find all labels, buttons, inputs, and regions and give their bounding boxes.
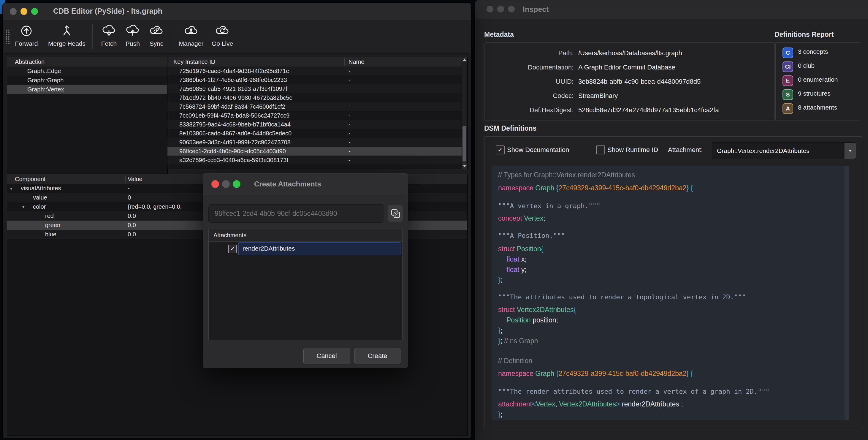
instance-name-cell: - xyxy=(348,120,350,129)
report-item: A8 attachments xyxy=(775,103,861,115)
instance-id-cell: 725d1976-caed-4da4-9d38-f4f2e95e871c xyxy=(179,66,289,75)
metadata-label: UUID: xyxy=(485,78,574,86)
component-name-cell: color xyxy=(33,202,46,211)
metadata-heading: Metadata xyxy=(484,31,514,39)
report-badge-icon: C xyxy=(782,48,793,58)
minimize-traffic-light[interactable] xyxy=(21,8,27,15)
minimize-traffic-light[interactable] xyxy=(497,6,504,12)
metadata-row: Path:/Users/kerhoas/Databases/lts.graph xyxy=(485,49,775,58)
key-instance-row[interactable]: 7cc091eb-59f4-457a-bda8-506c24727cc9- xyxy=(167,111,462,120)
scroll-down-button[interactable] xyxy=(462,163,467,169)
close-traffic-light[interactable] xyxy=(211,180,219,188)
instance-id-field[interactable]: 96ffcec1-2cd4-4b0b-90cf-dc05c4403d90 xyxy=(208,204,384,223)
close-traffic-light[interactable] xyxy=(487,6,493,12)
column-divider[interactable] xyxy=(344,58,345,65)
metadata-row: Def.HexDigest:528cd58e7d3274e274d8d977a1… xyxy=(485,106,775,115)
copy-id-button[interactable] xyxy=(388,205,403,222)
key-instance-row[interactable]: 8e103806-cadc-4867-ad0e-644d8c5edec0- xyxy=(167,129,462,138)
abstraction-row-label: Graph::Vertex xyxy=(27,85,64,94)
metadata-row: UUID:3eb8824b-abfb-4c90-bcea-d4480097d8d… xyxy=(485,78,775,87)
code-line: """The attributes used to render a topol… xyxy=(498,292,746,302)
zoom-traffic-light[interactable] xyxy=(31,8,38,15)
key-instance-row[interactable]: 73860bc4-1f27-4e8c-a9f6-968fe0bc2233- xyxy=(167,75,462,84)
show-runtime-id-checkbox[interactable] xyxy=(596,146,605,154)
toolbar-grip-handle[interactable] xyxy=(6,30,10,44)
merge-heads-button[interactable]: Merge Heads xyxy=(44,22,89,51)
column-divider[interactable] xyxy=(125,176,126,183)
attachments-list: Attachments ✓ render2DAttributes xyxy=(208,229,403,340)
component-name-cell: visualAttributes xyxy=(21,184,61,193)
key-instance-row[interactable]: 7c568724-59bf-4daf-8a34-7c4600df1cf2- xyxy=(167,102,462,111)
key-instance-header[interactable]: Key Instance ID Name xyxy=(167,57,462,67)
forward-button[interactable]: Forward xyxy=(11,22,42,51)
code-line: // Types for Graph::Vertex.render2DAttri… xyxy=(498,170,635,179)
report-item-label: 3 concepts xyxy=(798,48,828,55)
abstraction-row-label: Graph::Edge xyxy=(27,66,61,76)
arrow-up-icon xyxy=(463,59,466,61)
dropdown-arrow-button[interactable] xyxy=(844,143,856,159)
component-value-cell: 0.0 xyxy=(128,230,136,239)
instance-id-cell: 7cc091eb-59f4-457a-bda8-506c24727cc9 xyxy=(179,111,289,120)
scrollbar-thumb[interactable] xyxy=(463,126,466,161)
abstraction-row[interactable]: Graph::Graph xyxy=(7,76,167,85)
report-badge-icon: E xyxy=(782,75,793,86)
component-value-cell: {red=0.0, green=0.0, xyxy=(128,202,182,211)
code-line: namespace Graph {27c49329-a399-415c-baf0… xyxy=(498,369,693,378)
push-button[interactable]: Push xyxy=(120,22,145,51)
sync-button[interactable]: Sync xyxy=(144,22,169,51)
window-title: Inspect xyxy=(523,5,549,14)
abstraction-row[interactable]: Graph::Vertex xyxy=(7,85,167,94)
key-instance-row[interactable]: 90653ee9-3d3c-4d91-999f-72c962473708- xyxy=(167,138,462,147)
dialog-title: Create Attachments xyxy=(254,180,321,188)
code-line: float y; xyxy=(506,265,527,274)
expand-arrow-icon[interactable]: ▾ xyxy=(10,184,16,193)
create-button[interactable]: Create xyxy=(354,348,400,364)
go-live-button[interactable]: Go Live xyxy=(206,22,239,51)
attachment-dropdown-value: Graph::Vertex.render2DAttributes xyxy=(717,143,809,159)
scroll-up-button[interactable] xyxy=(462,57,467,62)
code-line: """The render attributes used to render … xyxy=(498,387,770,396)
close-traffic-light[interactable] xyxy=(10,8,17,15)
zoom-traffic-light[interactable] xyxy=(233,180,241,188)
copy-icon xyxy=(390,208,401,219)
attachment-dropdown[interactable]: Graph::Vertex.render2DAttributes xyxy=(712,143,856,159)
abstraction-row[interactable]: Graph::Edge xyxy=(7,66,167,76)
dsm-code-view[interactable]: // Types for Graph::Vertex.render2DAttri… xyxy=(492,166,849,420)
report-badge-icon: Cl xyxy=(782,61,793,72)
dsm-definitions-heading: DSM Definitions xyxy=(484,124,536,132)
component-name-cell: red xyxy=(45,211,54,221)
instance-name-cell: - xyxy=(348,93,350,102)
inspect-titlebar[interactable]: Inspect xyxy=(475,0,868,19)
instance-id-cell: 7a56085e-cab5-4921-81d3-a7f3c4f1097f xyxy=(179,84,287,93)
manager-button[interactable]: Manager xyxy=(174,22,209,51)
key-instance-row[interactable]: 83382795-9ad4-4c68-9beb-b71bf0ca14a4- xyxy=(167,120,462,129)
vertical-scrollbar[interactable] xyxy=(462,57,467,169)
instance-name-cell: - xyxy=(348,66,350,75)
metadata-label: Def.HexDigest: xyxy=(485,106,574,114)
sync-cloud-link-icon xyxy=(148,22,164,39)
cancel-button[interactable]: Cancel xyxy=(303,348,350,364)
key-instance-row[interactable]: a32c7596-ccb3-4040-a6ca-59f3e308173f- xyxy=(167,156,462,164)
expand-arrow-icon[interactable]: ▾ xyxy=(22,202,28,211)
key-instance-row[interactable]: 96ffcec1-2cd4-4b0b-90cf-dc05c4403d90- xyxy=(167,147,462,156)
create-attachments-dialog: Create Attachments 96ffcec1-2cd4-4b0b-90… xyxy=(203,173,408,368)
instance-id-cell: 8e103806-cadc-4867-ad0e-644d8c5edec0 xyxy=(179,129,291,138)
cdb-titlebar[interactable]: CDB Editor (PySide) - lts.graph xyxy=(3,3,471,20)
metadata-value: 528cd58e7d3274e274d8d977a135ebb1c4fca2fa xyxy=(578,106,719,114)
dialog-titlebar[interactable]: Create Attachments xyxy=(203,174,408,195)
definitions-report-heading: Definitions Report xyxy=(774,31,834,39)
attachment-list-item[interactable]: ✓ render2DAttributes xyxy=(209,241,402,256)
show-documentation-checkbox[interactable]: ✓ xyxy=(496,146,505,154)
component-value-cell: 0 xyxy=(128,193,131,202)
minimize-traffic-light[interactable] xyxy=(222,180,230,188)
key-instance-row[interactable]: 7a56085e-cab5-4921-81d3-a7f3c4f1097f- xyxy=(167,84,462,93)
code-line: concept Vertex; xyxy=(498,214,545,223)
abstraction-header[interactable]: Abstraction xyxy=(7,57,167,67)
key-instance-row[interactable]: 725d1976-caed-4da4-9d38-f4f2e95e871c- xyxy=(167,66,462,75)
attachment-checkbox[interactable]: ✓ xyxy=(228,245,237,253)
key-instance-row[interactable]: 7b1ed972-bb40-44e6-9980-4672ba82bc5c- xyxy=(167,93,462,102)
component-name-cell: value xyxy=(33,193,47,202)
code-scrollbar[interactable] xyxy=(845,166,849,420)
fetch-button[interactable]: Fetch xyxy=(95,22,123,51)
zoom-traffic-light[interactable] xyxy=(508,6,515,12)
